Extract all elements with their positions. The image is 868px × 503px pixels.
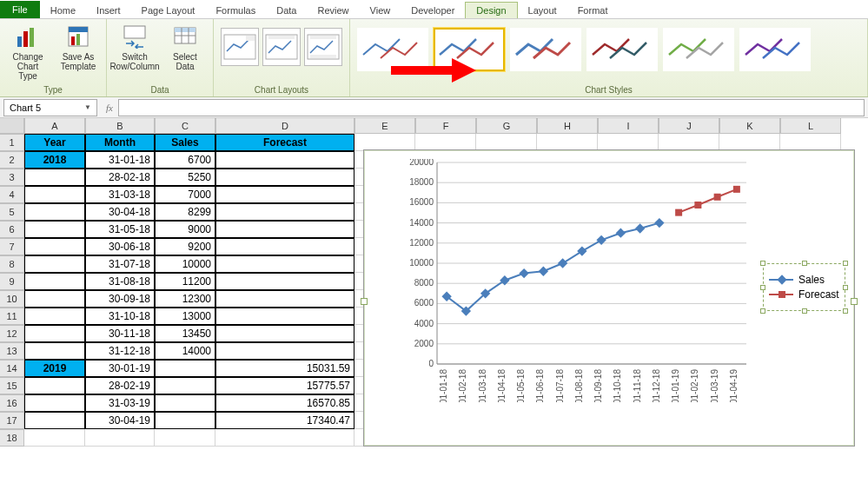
cell[interactable] [215, 273, 354, 290]
row-header[interactable]: 2 [0, 151, 24, 169]
tab-layout[interactable]: Layout [518, 3, 567, 18]
cell[interactable]: 31-05-18 [85, 221, 155, 238]
row-header[interactable]: 15 [0, 377, 24, 394]
switch-row-column-button[interactable]: Switch Row/Column [114, 23, 156, 71]
cell[interactable]: 9200 [155, 238, 215, 255]
tab-home[interactable]: Home [40, 3, 86, 18]
row-header[interactable]: 13 [0, 342, 24, 360]
cell[interactable] [24, 238, 85, 255]
cell[interactable]: 12300 [155, 290, 215, 308]
chart-layout-3[interactable] [304, 28, 342, 66]
column-header[interactable]: A [24, 118, 85, 134]
cell[interactable] [24, 412, 85, 429]
column-header[interactable]: F [415, 118, 476, 134]
cell[interactable]: 15775.57 [215, 377, 354, 394]
cell[interactable]: 28-02-19 [85, 377, 155, 394]
cell[interactable]: Year [24, 134, 85, 151]
cell[interactable]: 30-11-18 [85, 325, 155, 342]
cell[interactable]: 17340.47 [215, 412, 354, 429]
change-chart-type-button[interactable]: Change Chart Type [7, 23, 49, 81]
row-header[interactable]: 14 [0, 360, 24, 377]
select-data-button[interactable]: Select Data [164, 23, 206, 71]
cell[interactable] [24, 169, 85, 186]
row-header[interactable]: 10 [0, 290, 24, 308]
chart-layout-2[interactable] [262, 28, 301, 66]
cell[interactable] [24, 186, 85, 203]
tab-format[interactable]: Format [567, 3, 619, 18]
column-header[interactable]: E [354, 118, 415, 134]
cell[interactable]: 31-03-19 [85, 394, 155, 412]
cell[interactable] [215, 203, 354, 221]
tab-page-layout[interactable]: Page Layout [131, 3, 206, 18]
save-as-template-button[interactable]: Save As Template [57, 23, 99, 71]
cell[interactable]: 9000 [155, 221, 215, 238]
cell[interactable] [215, 255, 354, 273]
row-header[interactable]: 16 [0, 394, 24, 412]
row-header[interactable]: 8 [0, 255, 24, 273]
cell[interactable] [215, 221, 354, 238]
cell[interactable]: 10000 [155, 255, 215, 273]
cell[interactable]: 6700 [155, 151, 215, 169]
tab-data[interactable]: Data [266, 3, 307, 18]
cell[interactable] [215, 342, 354, 360]
row-header[interactable]: 6 [0, 221, 24, 238]
cell[interactable] [215, 169, 354, 186]
chart-style-2[interactable] [434, 28, 505, 71]
cell[interactable]: 31-12-18 [85, 342, 155, 360]
cell[interactable] [24, 290, 85, 308]
tab-review[interactable]: Review [307, 3, 359, 18]
chart-layout-1[interactable] [221, 28, 259, 66]
chart-style-5[interactable] [663, 28, 734, 71]
cell[interactable] [24, 342, 85, 360]
cell[interactable]: 31-10-18 [85, 308, 155, 325]
cell[interactable] [215, 238, 354, 255]
chart-style-1[interactable] [357, 28, 428, 71]
cell[interactable] [215, 151, 354, 169]
cell[interactable]: 11200 [155, 273, 215, 290]
cell[interactable] [155, 360, 215, 377]
column-header[interactable]: H [537, 118, 598, 134]
cell[interactable] [24, 273, 85, 290]
cell[interactable] [24, 308, 85, 325]
fx-icon[interactable]: fx [101, 103, 118, 113]
row-header[interactable]: 5 [0, 203, 24, 221]
cell[interactable]: Month [85, 134, 155, 151]
formula-input[interactable] [118, 99, 865, 116]
cell[interactable] [24, 221, 85, 238]
row-header[interactable]: 7 [0, 238, 24, 255]
cell[interactable]: 30-04-19 [85, 412, 155, 429]
cell[interactable]: Sales [155, 134, 215, 151]
cell[interactable]: 13450 [155, 325, 215, 342]
cell[interactable]: 2019 [24, 360, 85, 377]
cell[interactable] [215, 290, 354, 308]
cell[interactable]: 30-06-18 [85, 238, 155, 255]
row-header[interactable]: 18 [0, 429, 24, 447]
cell[interactable]: 31-03-18 [85, 186, 155, 203]
cell[interactable] [24, 325, 85, 342]
name-box[interactable]: Chart 5▼ [3, 99, 97, 116]
cell[interactable]: 7000 [155, 186, 215, 203]
cell[interactable] [215, 308, 354, 325]
tab-formulas[interactable]: Formulas [205, 3, 266, 18]
row-header[interactable]: 4 [0, 186, 24, 203]
cell[interactable] [24, 377, 85, 394]
column-header[interactable]: G [476, 118, 537, 134]
column-header[interactable]: K [719, 118, 780, 134]
column-header[interactable]: I [598, 118, 659, 134]
row-header[interactable]: 1 [0, 134, 24, 151]
row-header[interactable]: 12 [0, 325, 24, 342]
cell[interactable]: Forecast [215, 134, 354, 151]
row-header[interactable]: 17 [0, 412, 24, 429]
cell[interactable]: 31-07-18 [85, 255, 155, 273]
cell[interactable]: 31-08-18 [85, 273, 155, 290]
row-header[interactable]: 9 [0, 273, 24, 290]
tab-view[interactable]: View [360, 3, 401, 18]
cell[interactable] [155, 377, 215, 394]
cell[interactable]: 13000 [155, 308, 215, 325]
select-all-corner[interactable] [0, 118, 24, 134]
tab-insert[interactable]: Insert [86, 3, 131, 18]
cell[interactable] [24, 394, 85, 412]
cell[interactable]: 30-04-18 [85, 203, 155, 221]
legend-item-sales[interactable]: Sales [769, 274, 839, 286]
cell[interactable]: 28-02-18 [85, 169, 155, 186]
